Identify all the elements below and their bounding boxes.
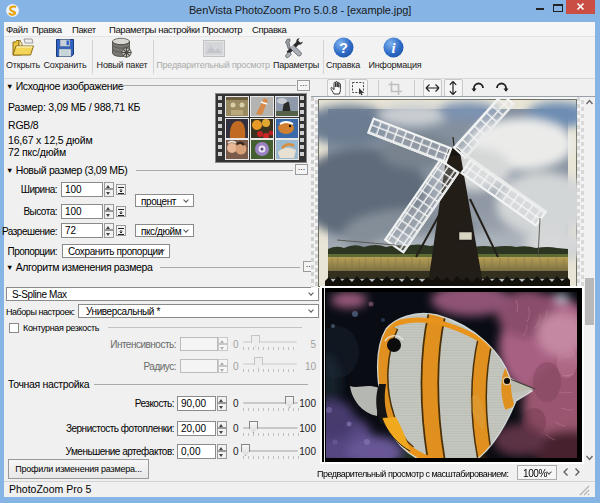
- svg-text:i: i: [391, 40, 395, 56]
- svg-text:?: ?: [339, 40, 348, 56]
